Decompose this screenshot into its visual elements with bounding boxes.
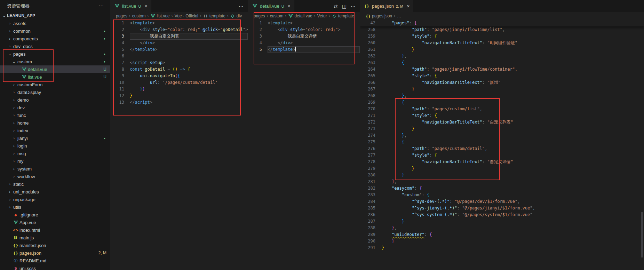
- tree-item-custom[interactable]: ⌄custom●: [0, 58, 110, 65]
- code-line[interactable]: 277 "style": {: [360, 152, 644, 159]
- tab-pages-json[interactable]: {} pages.json 2, M ×: [360, 0, 413, 12]
- code-line[interactable]: 291}: [360, 245, 644, 251]
- code-line[interactable]: 278 "navigationBarTitleText": "自定义详情": [360, 159, 644, 165]
- breadcrumb-item-detail.vue[interactable]: detail.vue: [288, 14, 312, 18]
- code-line[interactable]: 287 }: [360, 218, 644, 225]
- tree-item-list.vue[interactable]: list.vueU: [0, 73, 110, 81]
- code-line[interactable]: 264 "path": "pages/jianyi/flowTime/conta…: [360, 66, 644, 73]
- code-line[interactable]: 271 "style": {: [360, 112, 644, 119]
- breadcrumb-item-pages.json[interactable]: {}pages.json: [366, 14, 392, 18]
- tree-item-index.html[interactable]: <>index.html: [0, 226, 110, 234]
- tree-item-msg[interactable]: ›msg: [0, 150, 110, 157]
- split-editor-icon[interactable]: ◫: [342, 3, 347, 9]
- tree-item-components[interactable]: ›components●: [0, 35, 110, 42]
- code-line[interactable]: 281 ],: [360, 178, 644, 185]
- tree-item-home[interactable]: ›home: [0, 119, 110, 127]
- code-line[interactable]: 275 {: [360, 139, 644, 145]
- tree-item-login[interactable]: ›login: [0, 142, 110, 150]
- tab-detail-vue[interactable]: detail.vue U ×: [248, 0, 294, 12]
- tree-item-assets[interactable]: ›assets: [0, 19, 110, 27]
- tree-item-dataDisplay[interactable]: ›dataDisplay: [0, 88, 110, 96]
- more-actions-icon[interactable]: ⋯: [239, 3, 244, 9]
- more-actions-icon[interactable]: ⋯: [98, 3, 104, 9]
- tree-item-func[interactable]: ›func: [0, 111, 110, 119]
- code-line[interactable]: 274 },: [360, 132, 644, 139]
- code-line[interactable]: 260 "navigationBarTitleText": "时间组件验证": [360, 40, 644, 46]
- tree-item-jianyi[interactable]: ›jianyi●: [0, 134, 110, 142]
- code-line[interactable]: 5</template>: [110, 46, 248, 53]
- breadcrumb-item-div[interactable]: div: [230, 14, 242, 18]
- breadcrumb-item-Vue - Official[interactable]: Vue - Official: [175, 14, 198, 18]
- tree-item-utils[interactable]: ›utils: [0, 203, 110, 211]
- code-line[interactable]: 285 "^sys-jianyi-(.*)": "@/pages/jianyi/…: [360, 205, 644, 212]
- tree-item-.gitignore[interactable]: ◆.gitignore: [0, 211, 110, 219]
- tree-item-my[interactable]: ›my: [0, 157, 110, 165]
- code-line[interactable]: 284 "^sys-dev-(.*)": "@/pages/dev/$1/for…: [360, 198, 644, 205]
- close-icon[interactable]: ×: [144, 3, 147, 9]
- code-line[interactable]: 286 "^sys-system-(.*)": "@/pages/system/…: [360, 212, 644, 218]
- code-line[interactable]: 3 我是自定义列表: [110, 33, 248, 40]
- code-line[interactable]: 3 我是自定义详情: [248, 33, 360, 40]
- code-line[interactable]: 290 }: [360, 238, 644, 245]
- breadcrumb-item-Vetur[interactable]: Vetur: [317, 14, 327, 18]
- code-line[interactable]: 265 "style": {: [360, 73, 644, 79]
- tree-item-manifest.json[interactable]: {}manifest.json: [0, 241, 110, 249]
- code-line[interactable]: 259 "style": {: [360, 33, 644, 40]
- tab-list-vue[interactable]: list.vue U ×: [110, 0, 151, 12]
- tree-item-dev[interactable]: ›dev: [0, 104, 110, 111]
- code-line[interactable]: 4 </div>: [110, 40, 248, 46]
- tree-item-common[interactable]: ›common●: [0, 27, 110, 35]
- sticky-scroll-line[interactable]: 42 "pages": [: [360, 20, 644, 26]
- code-line[interactable]: 1<template>: [248, 20, 360, 26]
- code-line[interactable]: 9 uni.navigateTo({: [110, 73, 248, 79]
- breadcrumb-item-pages[interactable]: pages: [116, 14, 127, 18]
- code-line[interactable]: 273 }: [360, 126, 644, 132]
- code-line[interactable]: 263 {: [360, 59, 644, 66]
- breadcrumb-item-template[interactable]: template: [332, 14, 354, 18]
- tree-item-dev_docs[interactable]: ›dev_docs: [0, 42, 110, 50]
- editor-pages-json[interactable]: 42 "pages": [258 "path": "pages/jianyi/f…: [360, 20, 644, 270]
- breadcrumb-item-…[interactable]: …: [397, 14, 401, 18]
- code-line[interactable]: 268 },: [360, 93, 644, 99]
- code-line[interactable]: 272 "navigationBarTitleText": "自定义列表": [360, 119, 644, 126]
- code-line[interactable]: 1<template>: [110, 20, 248, 26]
- code-line[interactable]: 266 "navigationBarTitleText": "新增": [360, 79, 644, 86]
- code-line[interactable]: 5</template>: [248, 46, 360, 53]
- breadcrumb-item-template[interactable]: {}template: [203, 14, 225, 18]
- close-icon[interactable]: ×: [407, 3, 410, 9]
- code-line[interactable]: 283 "custom": {: [360, 192, 644, 198]
- breadcrumb-item-custom[interactable]: custom: [132, 14, 146, 18]
- more-actions-icon[interactable]: ⋯: [351, 3, 356, 9]
- tree-item-static[interactable]: ›static: [0, 180, 110, 188]
- breadcrumb-item-pages[interactable]: pages: [254, 14, 265, 18]
- scrollbar-thumb[interactable]: [641, 212, 643, 257]
- tree-item-main.js[interactable]: JSmain.js: [0, 234, 110, 241]
- tree-item-pages[interactable]: ⌄pages●: [0, 50, 110, 58]
- close-icon[interactable]: ×: [288, 3, 291, 9]
- code-line[interactable]: 282 "easycom": {: [360, 185, 644, 192]
- code-line[interactable]: 8const goDetail = () => {: [110, 66, 248, 73]
- code-line[interactable]: 269 {: [360, 99, 644, 106]
- tree-item-detail.vue[interactable]: detail.vueU: [0, 65, 110, 73]
- code-line[interactable]: 2 <div style="color: red;">: [248, 26, 360, 33]
- tree-item-index[interactable]: ›index: [0, 127, 110, 134]
- code-line[interactable]: 13</script>: [110, 99, 248, 106]
- breadcrumb-item-list.vue[interactable]: list.vue: [150, 14, 169, 18]
- tree-item-App.vue[interactable]: App.vue: [0, 219, 110, 226]
- tree-item-pages.json[interactable]: {}pages.json2, M: [0, 249, 110, 257]
- tree-item-customForm[interactable]: ›customForm: [0, 81, 110, 88]
- code-line[interactable]: 279 }: [360, 165, 644, 172]
- code-line[interactable]: 261 }: [360, 46, 644, 53]
- code-line[interactable]: 6: [110, 53, 248, 59]
- code-line[interactable]: 289 "uniIdRouter": {: [360, 231, 644, 238]
- tree-item-demo[interactable]: ›demo: [0, 96, 110, 104]
- compare-changes-icon[interactable]: ⇄: [334, 3, 338, 9]
- tree-item-system[interactable]: ›system: [0, 165, 110, 173]
- code-line[interactable]: 7<script setup>: [110, 59, 248, 66]
- code-line[interactable]: 10 url: '/pages/custom/detail': [110, 79, 248, 86]
- editor-list-vue[interactable]: 1<template>2 <div style="color: red;" @c…: [110, 20, 248, 270]
- tree-item-unpackage[interactable]: ›unpackage: [0, 196, 110, 203]
- tree-root-learun-app[interactable]: ⌄ LEARUN_APP: [0, 12, 110, 19]
- code-line[interactable]: 270 "path": "pages/custom/list",: [360, 106, 644, 112]
- code-line[interactable]: 288 },: [360, 225, 644, 231]
